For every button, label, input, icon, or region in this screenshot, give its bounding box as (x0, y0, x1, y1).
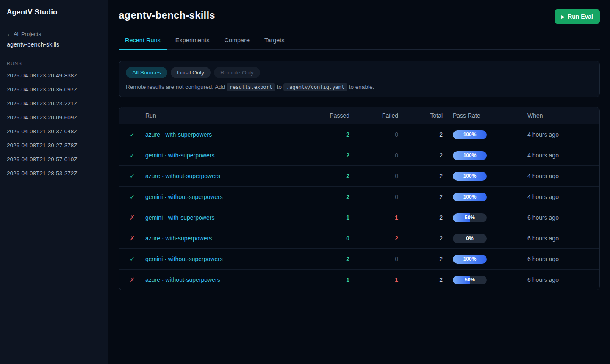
runs-list: 2026-04-08T23-20-49-838Z2026-04-08T23-20… (0, 69, 108, 180)
notice-text: to enable. (347, 84, 374, 90)
filter-pill-all-sources[interactable]: All Sources (126, 67, 167, 78)
total-count: 2 (398, 214, 443, 221)
sidebar-run-item[interactable]: 2026-04-08T23-20-36-097Z (0, 83, 108, 97)
tab-recent-runs[interactable]: Recent Runs (119, 33, 167, 50)
notice-text: to (275, 84, 283, 90)
run-eval-label: Run Eval (568, 13, 593, 20)
failed-count: 0 (349, 256, 398, 262)
table-row[interactable]: ✓ gemini · with-superpowers 2 0 2 100% 4… (119, 145, 599, 165)
table-row[interactable]: ✗ azure · with-superpowers 0 2 2 0% 6 ho… (119, 228, 599, 248)
sidebar-run-item[interactable]: 2026-04-08T23-20-09-609Z (0, 110, 108, 124)
failed-count: 1 (349, 214, 398, 221)
pass-rate-label: 50% (453, 213, 487, 222)
run-timestamp: 6 hours ago (527, 276, 599, 283)
passed-count: 1 (322, 276, 349, 283)
play-icon: ▶ (561, 14, 565, 19)
total-count: 2 (398, 193, 443, 200)
tab-experiments[interactable]: Experiments (169, 33, 216, 50)
code-chip-config-yaml: .agentv/config.yaml (283, 83, 347, 91)
table-body: ✓ azure · with-superpowers 2 0 2 100% 4 … (119, 124, 599, 290)
run-link[interactable]: gemini · with-superpowers (145, 152, 214, 159)
table-row[interactable]: ✓ azure · with-superpowers 2 0 2 100% 4 … (119, 124, 599, 145)
pass-rate-bar: 100% (453, 151, 487, 160)
total-count: 2 (398, 256, 443, 262)
col-header-run: Run (145, 112, 322, 119)
run-link[interactable]: azure · without-superpowers (145, 276, 220, 283)
pass-rate-bar: 50% (453, 276, 487, 284)
passed-count: 2 (322, 152, 349, 159)
status-icon: ✗ (119, 276, 145, 283)
sidebar: AgentV Studio ← All Projects agentv-benc… (0, 0, 108, 364)
pass-rate-bar: 100% (453, 255, 487, 264)
pass-rate-label: 0% (453, 234, 487, 243)
notice-text: Remote results are not configured. Add (126, 84, 227, 90)
col-header-failed: Failed (349, 112, 398, 119)
failed-count: 2 (349, 235, 398, 242)
sidebar-run-item[interactable]: 2026-04-08T21-30-27-378Z (0, 138, 108, 152)
run-link[interactable]: gemini · without-superpowers (145, 193, 223, 200)
pass-rate-label: 100% (453, 172, 487, 181)
tab-targets[interactable]: Targets (258, 33, 291, 50)
sidebar-run-item[interactable]: 2026-04-08T21-28-53-272Z (0, 166, 108, 180)
code-chip-results-export: results.export (227, 83, 275, 91)
run-timestamp: 4 hours ago (527, 173, 599, 179)
filter-pill-remote-only[interactable]: Remote Only (214, 67, 260, 78)
col-header-total: Total (398, 112, 443, 119)
failed-count: 0 (349, 173, 398, 179)
run-eval-button[interactable]: ▶ Run Eval (555, 9, 600, 24)
run-timestamp: 4 hours ago (527, 131, 599, 138)
remote-config-notice: Remote results are not configured. Add r… (126, 84, 593, 90)
status-icon: ✓ (119, 173, 145, 179)
pass-rate-bar: 100% (453, 172, 487, 181)
sidebar-run-item[interactable]: 2026-04-08T23-20-23-221Z (0, 97, 108, 110)
source-filter-pills: All SourcesLocal OnlyRemote Only (126, 67, 593, 78)
all-projects-link[interactable]: ← All Projects (7, 31, 41, 37)
run-link[interactable]: gemini · with-superpowers (145, 214, 214, 221)
run-timestamp: 6 hours ago (527, 235, 599, 242)
run-timestamp: 6 hours ago (527, 256, 599, 262)
source-filter-panel: All SourcesLocal OnlyRemote Only Remote … (119, 61, 600, 97)
tab-compare[interactable]: Compare (218, 33, 256, 50)
pass-rate-bar: 100% (453, 130, 487, 139)
failed-count: 0 (349, 152, 398, 159)
status-icon: ✓ (119, 131, 145, 138)
passed-count: 2 (322, 256, 349, 262)
sidebar-run-item[interactable]: 2026-04-08T23-20-49-838Z (0, 69, 108, 83)
passed-count: 2 (322, 131, 349, 138)
failed-count: 0 (349, 131, 398, 138)
pass-rate-label: 50% (453, 276, 487, 284)
failed-count: 0 (349, 193, 398, 200)
table-header-row: Run Passed Failed Total Pass Rate When (119, 107, 599, 124)
col-header-passed: Passed (322, 112, 349, 119)
run-timestamp: 4 hours ago (527, 193, 599, 200)
table-row[interactable]: ✓ gemini · without-superpowers 2 0 2 100… (119, 248, 599, 269)
run-link[interactable]: gemini · without-superpowers (145, 256, 223, 262)
passed-count: 2 (322, 193, 349, 200)
page-title: agentv-bench-skills (119, 9, 215, 21)
col-header-pass-rate: Pass Rate (443, 112, 527, 119)
pass-rate-label: 100% (453, 151, 487, 160)
total-count: 2 (398, 276, 443, 283)
sidebar-run-item[interactable]: 2026-04-08T21-29-57-010Z (0, 152, 108, 166)
run-link[interactable]: azure · with-superpowers (145, 235, 212, 242)
filter-pill-local-only[interactable]: Local Only (171, 67, 211, 78)
sidebar-run-item[interactable]: 2026-04-08T21-30-37-048Z (0, 124, 108, 138)
status-icon: ✓ (119, 152, 145, 159)
runs-table: Run Passed Failed Total Pass Rate When ✓… (119, 107, 600, 290)
total-count: 2 (398, 131, 443, 138)
status-icon: ✗ (119, 235, 145, 242)
run-link[interactable]: azure · without-superpowers (145, 173, 220, 179)
table-row[interactable]: ✗ gemini · with-superpowers 1 1 2 50% 6 … (119, 207, 599, 228)
run-link[interactable]: azure · with-superpowers (145, 131, 212, 138)
runs-section-label: RUNS (7, 61, 101, 66)
table-row[interactable]: ✗ azure · without-superpowers 1 1 2 50% … (119, 269, 599, 290)
total-count: 2 (398, 235, 443, 242)
pass-rate-bar: 100% (453, 193, 487, 201)
table-row[interactable]: ✓ gemini · without-superpowers 2 0 2 100… (119, 186, 599, 207)
failed-count: 1 (349, 276, 398, 283)
pass-rate-label: 100% (453, 193, 487, 201)
table-row[interactable]: ✓ azure · without-superpowers 2 0 2 100%… (119, 165, 599, 186)
sidebar-project-name: agentv-bench-skills (7, 41, 101, 48)
app-title: AgentV Studio (0, 0, 108, 25)
main-content: agentv-bench-skills ▶ Run Eval Recent Ru… (108, 0, 610, 364)
